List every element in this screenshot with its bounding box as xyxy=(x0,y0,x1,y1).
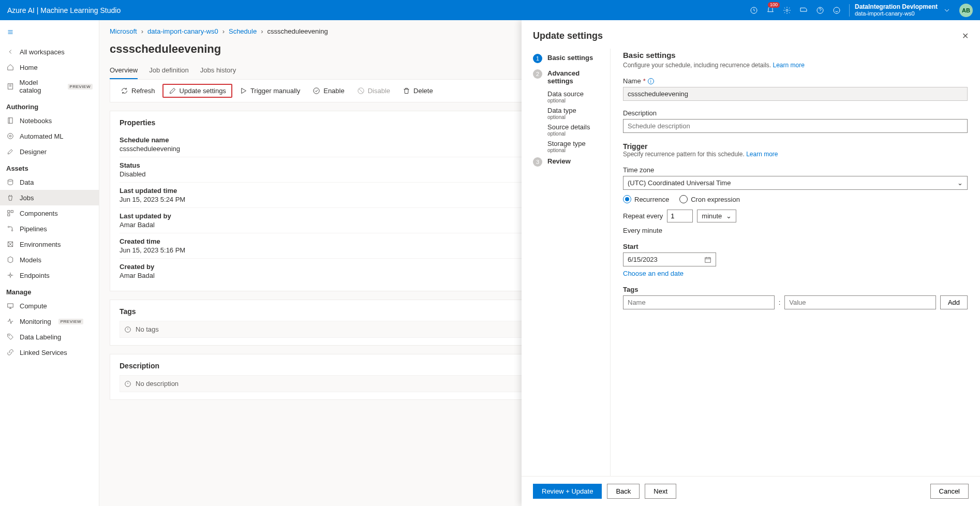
tags-label: Tags xyxy=(623,286,968,293)
substep-data-type[interactable]: Data typeoptional xyxy=(533,105,603,121)
learn-more-link[interactable]: Learn more xyxy=(746,151,778,158)
cron-radio[interactable]: Cron expression xyxy=(679,195,740,203)
name-input[interactable] xyxy=(623,87,968,101)
back-arrow-icon xyxy=(6,48,14,56)
sidebar-compute[interactable]: Compute xyxy=(0,298,99,314)
sidebar-jobs[interactable]: Jobs xyxy=(0,190,99,205)
sidebar-endpoints[interactable]: Endpoints xyxy=(0,267,99,283)
step-review[interactable]: 3Review xyxy=(533,154,603,170)
recurrence-radio[interactable]: Recurrence xyxy=(623,195,669,203)
pipelines-icon xyxy=(6,225,14,233)
back-button[interactable]: Back xyxy=(607,484,640,499)
sidebar-item-label: Linked Services xyxy=(20,349,67,356)
sidebar-all-workspaces[interactable]: All workspaces xyxy=(0,44,99,59)
sidebar-notebooks[interactable]: Notebooks xyxy=(0,113,99,128)
tag-name-input[interactable] xyxy=(623,295,775,309)
chevron-down-icon: ⌄ xyxy=(726,212,732,220)
sidebar-item-label: Monitoring xyxy=(20,318,51,325)
sidebar-environments[interactable]: Environments xyxy=(0,236,99,252)
chevron-down-icon: ⌄ xyxy=(957,179,963,187)
chevron-down-icon[interactable] xyxy=(940,3,954,18)
panel-title: Update settings xyxy=(533,31,603,41)
start-date-picker[interactable]: 6/15/2023 xyxy=(623,252,716,266)
svg-point-3 xyxy=(834,7,840,13)
step-advanced-settings[interactable]: 2Advanced settings xyxy=(533,66,603,88)
timezone-select[interactable]: (UTC) Coordinated Universal Time⌄ xyxy=(623,176,968,190)
sidebar-models[interactable]: Models xyxy=(0,252,99,267)
svg-point-8 xyxy=(8,180,12,182)
svg-point-15 xyxy=(9,274,11,276)
main-content: Microsoft› data-import-canary-ws0› Sched… xyxy=(99,20,980,506)
smiley-icon[interactable] xyxy=(829,3,844,18)
step-basic-settings[interactable]: 1Basic settings xyxy=(533,51,603,66)
sidebar-linked-services[interactable]: Linked Services xyxy=(0,345,99,360)
next-button[interactable]: Next xyxy=(645,484,676,499)
repeat-unit-select[interactable]: minute⌄ xyxy=(697,210,736,222)
repeat-value-input[interactable] xyxy=(667,210,693,222)
compute-icon xyxy=(6,302,14,310)
components-icon xyxy=(6,209,14,217)
update-settings-button[interactable]: Update settings xyxy=(162,84,232,98)
close-panel-button[interactable]: ✕ xyxy=(962,31,969,41)
sidebar-data-labeling[interactable]: Data Labeling xyxy=(0,329,99,345)
substep-data-source[interactable]: Data sourceoptional xyxy=(533,88,603,105)
trigger-manually-button[interactable]: Trigger manually xyxy=(234,84,305,97)
svg-point-17 xyxy=(9,335,9,336)
sidebar-pipelines[interactable]: Pipelines xyxy=(0,221,99,236)
settings-icon[interactable] xyxy=(780,3,794,18)
svg-point-12 xyxy=(8,226,9,227)
sidebar-item-label: Home xyxy=(20,64,38,71)
learn-more-link[interactable]: Learn more xyxy=(773,62,805,69)
enable-button[interactable]: Enable xyxy=(307,84,349,97)
svg-rect-11 xyxy=(8,214,10,216)
svg-point-6 xyxy=(9,135,11,137)
review-update-button[interactable]: Review + Update xyxy=(533,484,602,499)
refresh-button[interactable]: Refresh xyxy=(115,84,160,97)
sidebar-section-authoring: Authoring xyxy=(0,98,99,113)
description-input[interactable] xyxy=(623,119,968,133)
history-icon[interactable] xyxy=(747,3,761,18)
svg-rect-4 xyxy=(8,84,12,90)
sidebar-item-label: Pipelines xyxy=(20,225,47,233)
tab-job-definition[interactable]: Job definition xyxy=(149,62,189,79)
basic-settings-form: Basic settings Configure your schedule, … xyxy=(611,49,980,476)
substep-source-details[interactable]: Source detailsoptional xyxy=(533,121,603,138)
svg-point-7 xyxy=(8,133,13,139)
avatar[interactable]: AB xyxy=(959,4,973,17)
collapse-sidebar-button[interactable] xyxy=(5,23,16,41)
info-icon[interactable]: i xyxy=(648,78,654,84)
notifications-icon[interactable]: 100 xyxy=(763,3,778,18)
sidebar-components[interactable]: Components xyxy=(0,205,99,221)
directory-switcher[interactable]: DataIntegration Devlopment data-import-c… xyxy=(855,3,938,18)
add-tag-button[interactable]: Add xyxy=(940,295,968,309)
delete-button[interactable]: Delete xyxy=(397,84,438,97)
repeat-label: Repeat every xyxy=(623,212,663,220)
home-icon xyxy=(6,63,14,71)
sidebar-automated-ml[interactable]: Automated ML xyxy=(0,128,99,144)
choose-end-date-link[interactable]: Choose an end date xyxy=(623,270,684,277)
sidebar-item-label: Components xyxy=(20,210,58,217)
sidebar-model-catalog[interactable]: Model catalogPREVIEW xyxy=(0,75,99,98)
cancel-button[interactable]: Cancel xyxy=(930,484,969,499)
help-icon[interactable] xyxy=(813,3,827,18)
sidebar-data[interactable]: Data xyxy=(0,174,99,190)
form-heading: Basic settings xyxy=(623,51,968,59)
sidebar-section-manage: Manage xyxy=(0,283,99,298)
tab-jobs-history[interactable]: Jobs history xyxy=(200,62,236,79)
svg-point-13 xyxy=(11,230,12,231)
sidebar-designer[interactable]: Designer xyxy=(0,144,99,159)
svg-rect-16 xyxy=(8,304,13,307)
feedback-icon[interactable] xyxy=(796,3,811,18)
linked-icon xyxy=(6,348,14,356)
substep-storage-type[interactable]: Storage typeoptional xyxy=(533,138,603,154)
tab-overview[interactable]: Overview xyxy=(110,62,138,79)
sidebar-home[interactable]: Home xyxy=(0,59,99,75)
breadcrumb-link[interactable]: Microsoft xyxy=(110,27,137,35)
breadcrumb-link[interactable]: data-import-canary-ws0 xyxy=(147,27,218,35)
svg-rect-10 xyxy=(11,211,13,213)
sidebar-item-label: Designer xyxy=(20,148,47,156)
sidebar-monitoring[interactable]: MonitoringPREVIEW xyxy=(0,314,99,329)
tag-value-input[interactable] xyxy=(784,295,936,309)
breadcrumb-link[interactable]: Schedule xyxy=(229,27,257,35)
disable-button: Disable xyxy=(352,84,395,97)
